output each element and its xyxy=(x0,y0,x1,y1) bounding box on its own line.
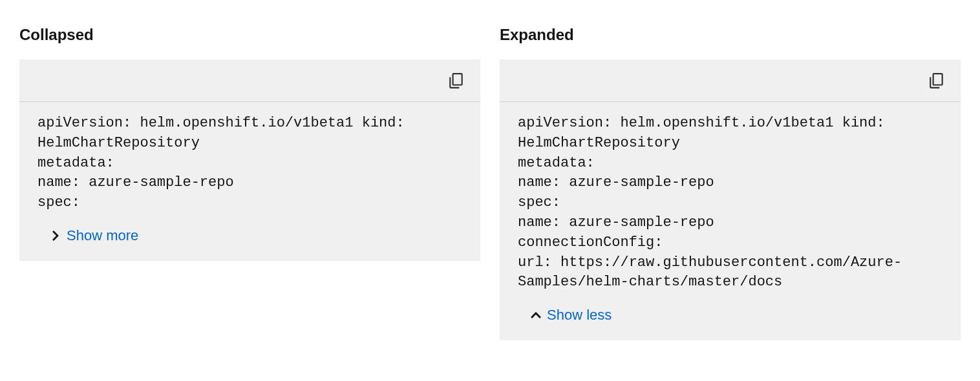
chevron-right-icon xyxy=(50,230,61,242)
copy-icon xyxy=(448,72,465,91)
show-more-label: Show more xyxy=(67,227,138,244)
collapsed-code-block: apiVersion: helm.openshift.io/v1beta1 ki… xyxy=(19,59,480,261)
show-more-button[interactable]: Show more xyxy=(19,221,138,261)
collapsed-title: Collapsed xyxy=(19,26,480,44)
expanded-code-block: apiVersion: helm.openshift.io/v1beta1 ki… xyxy=(500,59,961,340)
copy-icon xyxy=(928,72,945,91)
expanded-column: Expanded apiVersion: helm.openshift.io/v… xyxy=(500,26,961,340)
code-content: apiVersion: helm.openshift.io/v1beta1 ki… xyxy=(19,102,480,221)
show-less-label: Show less xyxy=(547,307,612,324)
code-content: apiVersion: helm.openshift.io/v1beta1 ki… xyxy=(500,102,961,300)
code-header xyxy=(19,59,480,102)
copy-button[interactable] xyxy=(926,70,948,94)
chevron-up-icon xyxy=(531,309,541,321)
layout-container: Collapsed apiVersion: helm.openshift.io/… xyxy=(19,26,961,340)
copy-button[interactable] xyxy=(445,70,467,94)
collapsed-column: Collapsed apiVersion: helm.openshift.io/… xyxy=(19,26,480,340)
expanded-title: Expanded xyxy=(500,26,961,44)
show-less-button[interactable]: Show less xyxy=(500,300,612,340)
code-header xyxy=(500,59,961,102)
